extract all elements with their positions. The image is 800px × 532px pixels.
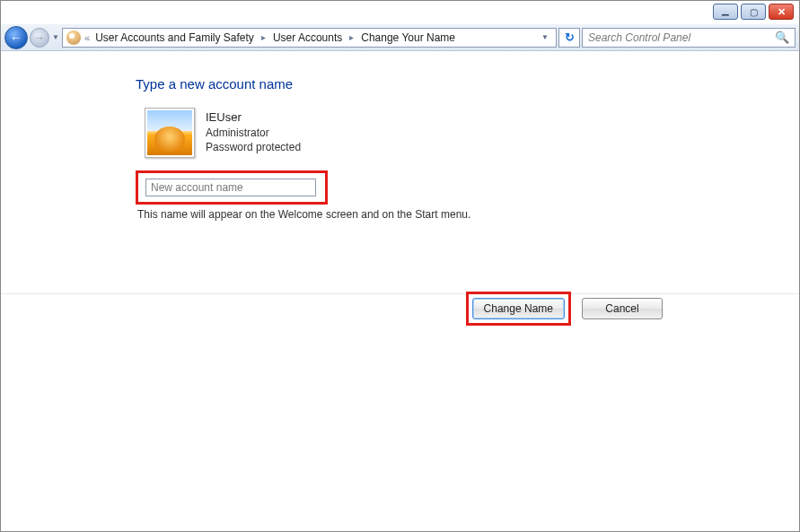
- highlight-box-input: New account name: [136, 170, 328, 205]
- breadcrumb-item[interactable]: User Accounts and Family Safety: [93, 31, 256, 44]
- chevron-right-icon[interactable]: [259, 32, 268, 42]
- avatar-image: [147, 110, 192, 155]
- close-button[interactable]: [769, 4, 794, 20]
- address-bar[interactable]: « User Accounts and Family Safety User A…: [62, 28, 557, 48]
- search-icon: [775, 31, 789, 44]
- help-text: This name will appear on the Welcome scr…: [137, 208, 674, 221]
- cancel-button[interactable]: Cancel: [582, 298, 663, 319]
- button-row: Change Name Cancel: [1, 292, 799, 326]
- forward-button[interactable]: [30, 28, 49, 48]
- breadcrumb-overflow-icon[interactable]: «: [84, 32, 90, 43]
- search-input[interactable]: Search Control Panel: [582, 28, 796, 48]
- breadcrumb-item[interactable]: User Accounts: [271, 31, 344, 44]
- chevron-right-icon[interactable]: [347, 32, 356, 42]
- avatar: [145, 108, 195, 158]
- control-panel-icon: [66, 31, 81, 45]
- window-caption-buttons: [713, 4, 794, 20]
- recent-pages-dropdown[interactable]: [51, 28, 60, 48]
- input-placeholder-text: New account name: [151, 181, 243, 194]
- change-name-button[interactable]: Change Name: [472, 298, 565, 319]
- refresh-button[interactable]: [558, 28, 580, 48]
- address-history-dropdown[interactable]: [538, 33, 552, 41]
- maximize-button[interactable]: [741, 4, 766, 20]
- highlight-box-button: Change Name: [466, 292, 571, 326]
- navigation-bar: « User Accounts and Family Safety User A…: [1, 24, 799, 51]
- new-account-name-input[interactable]: New account name: [145, 179, 316, 196]
- account-name: IEUser: [206, 109, 301, 126]
- content-area: Type a new account name IEUser Administr…: [1, 51, 799, 531]
- page-title: Type a new account name: [136, 76, 674, 92]
- search-placeholder: Search Control Panel: [588, 31, 690, 44]
- account-protection: Password protected: [206, 140, 301, 154]
- account-role: Administrator: [206, 126, 301, 140]
- minimize-button[interactable]: [713, 4, 738, 20]
- user-info-block: IEUser Administrator Password protected: [145, 108, 674, 158]
- breadcrumb-item[interactable]: Change Your Name: [359, 31, 457, 44]
- back-button[interactable]: [4, 26, 28, 49]
